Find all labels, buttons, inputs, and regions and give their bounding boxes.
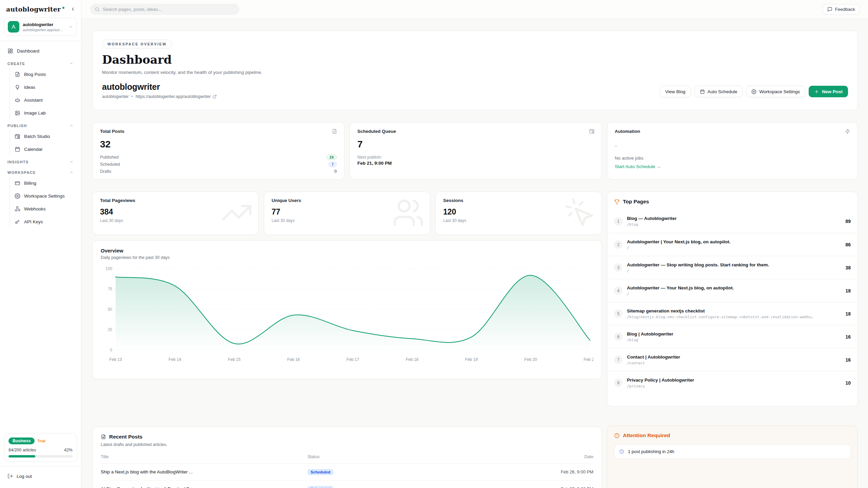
sidebar-item-billing[interactable]: Billing	[11, 177, 77, 189]
automation-card: Automation – No active jobs Start Auto S…	[607, 122, 858, 180]
total-posts-label: Total Posts	[100, 129, 337, 134]
sidebar-item-batch-studio[interactable]: Batch Studio	[11, 130, 77, 143]
sidebar-collapse-icon[interactable]	[70, 6, 76, 12]
logout-button[interactable]: Log out	[4, 470, 77, 483]
svg-text:Feb 13: Feb 13	[109, 357, 122, 362]
workspace-meta: autoblogwriter autoblogwriter.app/aut...	[23, 22, 65, 32]
workspace-slug: autoblogwriter	[102, 94, 129, 99]
sidebar-item-ideas[interactable]: Ideas	[11, 81, 77, 94]
svg-text:Feb 14: Feb 14	[169, 357, 181, 362]
sidebar-section-publish[interactable]: PUBLISH	[4, 119, 77, 130]
page-views: 86	[845, 242, 851, 247]
workspace-settings-button[interactable]: Workspace Settings	[746, 86, 805, 97]
page-title-text: Autoblogwriter — Your Next.js blog, on a…	[627, 285, 838, 290]
sidebar-item-calendar[interactable]: Calendar	[11, 143, 77, 156]
search-icon	[95, 7, 100, 12]
attention-item[interactable]: 1 post publishing in 24h	[614, 444, 851, 459]
top-page-row[interactable]: 2Autoblogwriter | Your Next.js blog, on …	[607, 233, 857, 256]
sidebar-nav: DashboardCREATEBlog PostsIdeasAssistantI…	[0, 44, 81, 228]
top-page-row[interactable]: 4Autoblogwriter — Your Next.js blog, on …	[607, 279, 857, 302]
svg-text:Feb 21: Feb 21	[584, 357, 593, 362]
scheduled-queue-value: 7	[357, 139, 594, 150]
recent-posts-title: Recent Posts	[109, 434, 142, 440]
rank-badge: 6	[614, 332, 623, 341]
sidebar-group-create: Blog PostsIdeasAssistantImage Lab	[9, 68, 77, 119]
workspace-name: autoblogwriter	[23, 22, 65, 27]
sidebar-section-insights[interactable]: INSIGHTS	[4, 156, 77, 166]
sidebar-item-dashboard[interactable]: Dashboard	[4, 44, 77, 57]
app-logo: autoblogwriter	[6, 5, 61, 13]
sidebar-item-image-lab[interactable]: Image Lab	[11, 106, 77, 119]
sidebar-item-assistant[interactable]: Assistant	[11, 94, 77, 106]
page-title-text: Contact | Autoblogwriter	[627, 354, 838, 360]
chevron-down-icon	[69, 160, 74, 164]
top-page-row[interactable]: 6Blog | Autoblogwriter/blog16	[607, 325, 857, 348]
svg-text:Feb 19: Feb 19	[465, 357, 478, 362]
rank-badge: 4	[614, 286, 623, 295]
start-auto-schedule-link[interactable]: Start Auto Schedule →	[615, 164, 850, 169]
logo-dot	[62, 7, 64, 9]
automation-status: No active jobs	[615, 156, 850, 161]
image-icon	[15, 110, 20, 116]
sidebar-item-webhooks[interactable]: Webhooks	[11, 202, 77, 215]
post-date: Feb 26, 9:00 PM	[529, 469, 593, 474]
calendar-icon	[15, 146, 20, 152]
sidebar-item-workspace-settings[interactable]: Workspace Settings	[11, 189, 77, 202]
attention-text: 1 post publishing in 24h	[628, 449, 674, 454]
file-text-icon	[101, 434, 106, 440]
post-title: AI Blog Generation for Next.js: A Practi…	[101, 486, 308, 488]
view-blog-button[interactable]: View Blog	[660, 86, 691, 97]
recent-post-row[interactable]: AI Blog Generation for Next.js: A Practi…	[101, 481, 593, 488]
page-views: 18	[845, 288, 851, 293]
page-path: /privacy	[627, 384, 838, 388]
search-bar[interactable]	[90, 4, 239, 15]
search-input[interactable]	[103, 7, 235, 12]
sidebar-item-blog-posts[interactable]: Blog Posts	[11, 68, 77, 81]
unique-users-card: Unique Users 77 Last 30 days	[264, 191, 430, 235]
page-path: /contact	[627, 361, 838, 365]
post-title: Ship a Next.js blog with the AutoBlogWri…	[101, 469, 308, 474]
users-icon	[392, 197, 425, 229]
sidebar-section-create[interactable]: CREATE	[4, 57, 77, 68]
top-page-row[interactable]: 8Privacy Policy | Autoblogwriter/privacy…	[607, 371, 857, 394]
top-page-row[interactable]: 3Autoblogwriter — Stop writing blog post…	[607, 256, 857, 279]
bot-icon	[15, 97, 20, 103]
feedback-button[interactable]: Feedback	[823, 4, 860, 15]
published-row: Published 24	[100, 154, 337, 161]
total-posts-card: Total Posts 32 Published 24 Scheduled 7	[92, 122, 344, 180]
sidebar-section-workspace[interactable]: WORKSPACE	[4, 166, 77, 177]
sidebar-group-workspace: BillingWorkspace SettingsWebhooksAPI Key…	[9, 177, 77, 228]
page-subtitle: Monitor momentum, content velocity, and …	[102, 70, 848, 75]
page-path: /	[627, 292, 838, 296]
credit-card-icon	[15, 180, 20, 186]
pointer-click-icon	[564, 197, 596, 229]
recent-post-row[interactable]: Ship a Next.js blog with the AutoBlogWri…	[101, 464, 593, 481]
logo-row: autoblogwriter	[0, 0, 81, 17]
page-views: 89	[845, 219, 851, 224]
trial-badge: Trial	[37, 439, 45, 443]
sidebar-item-api-keys[interactable]: API Keys	[11, 215, 77, 228]
plan-progressbar	[8, 455, 73, 458]
top-page-row[interactable]: 5Sitemap generation nextjs checklist/blo…	[607, 302, 857, 325]
svg-text:0: 0	[110, 348, 112, 352]
page-title: Dashboard	[102, 53, 848, 66]
page-title-text: Autoblogwriter — Stop writing blog posts…	[627, 262, 838, 267]
top-pages-title: Top Pages	[623, 199, 649, 205]
calendar-clock-icon	[589, 128, 595, 134]
scheduled-queue-label: Scheduled Queue	[357, 129, 594, 134]
dashboard-icon	[7, 48, 13, 54]
top-page-row[interactable]: 7Contact | Autoblogwriter/contact16	[607, 348, 857, 371]
chevron-down-icon	[68, 24, 73, 29]
page-path: /blog	[627, 222, 838, 227]
sidebar-footer: Log out	[0, 466, 81, 488]
top-page-row[interactable]: 1Blog — Autoblogwriter/blog89	[607, 210, 857, 233]
auto-schedule-button[interactable]: Auto Schedule	[694, 86, 743, 97]
workspace-switcher[interactable]: autoblogwriter autoblogwriter.app/aut...	[4, 18, 77, 36]
new-post-button[interactable]: New Post	[809, 86, 848, 97]
trophy-icon	[614, 199, 620, 205]
workspace-link[interactable]: https://autoblogwriter.app/autoblogwrite…	[136, 94, 217, 99]
overview-chart-card: Overview Daily pageviews for the past 30…	[92, 240, 602, 379]
svg-text:25: 25	[108, 327, 113, 332]
trending-up-icon	[220, 197, 253, 229]
rank-badge: 1	[614, 217, 623, 226]
